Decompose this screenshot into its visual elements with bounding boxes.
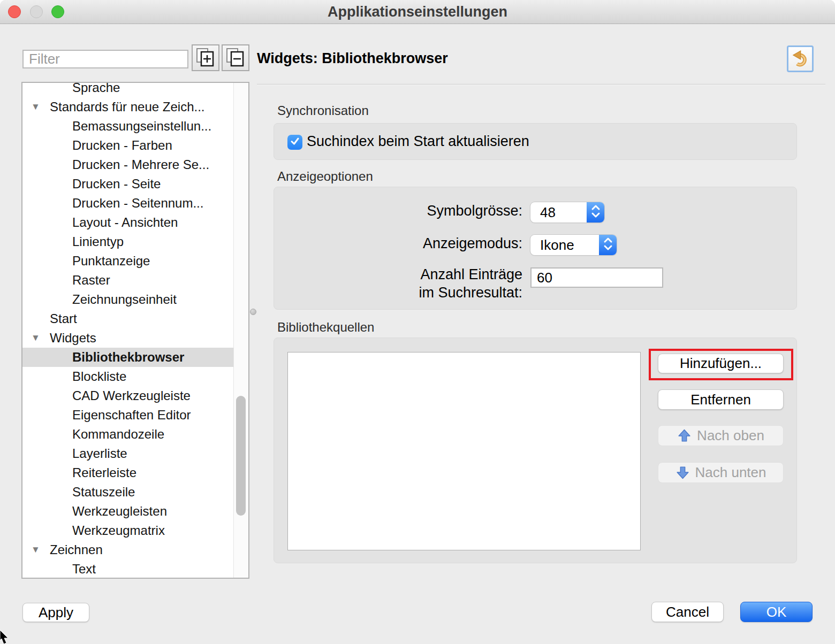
- stepper-up-down-icon: [589, 203, 602, 221]
- window-title: Applikationseinstellungen: [0, 0, 835, 24]
- tree-item-label: Drucken - Mehrere Se...: [72, 157, 209, 172]
- undo-icon: [792, 50, 809, 68]
- tree-item-werkzeugmatrix[interactable]: Werkzeugmatrix: [22, 521, 234, 540]
- tree-item-zeichnungseinheit[interactable]: Zeichnungseinheit: [22, 290, 234, 309]
- collapse-all-button[interactable]: [222, 44, 249, 71]
- tree-item-label: Werkzeugleisten: [72, 504, 167, 518]
- nach-unten-label: Nach unten: [695, 464, 766, 481]
- symbolgroesse-value[interactable]: 48: [530, 202, 587, 223]
- anzeigeoptionen-group: Symbolgrösse: 48 Anzeigemodus: Ikone: [274, 187, 797, 310]
- reset-button[interactable]: [787, 45, 814, 72]
- anzahl-eintraege-input[interactable]: [530, 267, 663, 288]
- tree-item-cad-werkzeugleiste[interactable]: CAD Werkzeugleiste: [22, 386, 234, 405]
- tree-item-widgets[interactable]: ▼Widgets: [22, 328, 234, 348]
- anzeigemodus-stepper[interactable]: [599, 235, 617, 255]
- tree-item-label: Reiterleiste: [72, 465, 136, 480]
- symbolgroesse-spinbox[interactable]: 48: [530, 202, 604, 223]
- splitter-handle[interactable]: [250, 309, 256, 315]
- nach-unten-button[interactable]: Nach unten: [658, 462, 784, 483]
- tree-item-punktanzeige[interactable]: Punktanzeige: [22, 251, 234, 271]
- tree-item-eigenschaften-editor[interactable]: Eigenschaften Editor: [22, 405, 234, 425]
- tree-item-start[interactable]: Start: [22, 309, 234, 328]
- tree-item-label: Blockliste: [72, 369, 126, 384]
- tree-item-label: Statuszeile: [72, 485, 135, 499]
- tree-scrollbar-thumb[interactable]: [236, 396, 246, 516]
- entfernen-button[interactable]: Entfernen: [658, 389, 784, 410]
- tree-item-label: Start: [50, 311, 77, 326]
- tree-item-label: CAD Werkzeugleiste: [72, 388, 191, 403]
- tree-item-label: Layerliste: [72, 446, 127, 461]
- anzeigemodus-value[interactable]: Ikone: [530, 235, 599, 255]
- page-title: Widgets: Bibliothekbrowser: [257, 50, 448, 67]
- tree-item-blockliste[interactable]: Blockliste: [22, 367, 234, 386]
- tree-item-label: Raster: [72, 273, 110, 287]
- filter-input[interactable]: [22, 50, 188, 68]
- cancel-button[interactable]: Cancel: [651, 602, 724, 622]
- tree-item-drucken-mehrere-se[interactable]: Drucken - Mehrere Se...: [22, 155, 234, 174]
- apply-button[interactable]: Apply: [22, 603, 89, 622]
- tree-item-drucken-farben[interactable]: Drucken - Farben: [22, 136, 234, 155]
- checkmark-icon: [289, 135, 301, 149]
- tree-item-label: Standards für neue Zeich...: [50, 99, 205, 114]
- settings-tree-panel: Sprache▼Standards für neue Zeich...Bemas…: [21, 82, 249, 579]
- tree-item-label: Werkzeugmatrix: [72, 523, 165, 538]
- suchindex-checkbox-label: Suchindex beim Start aktualisieren: [307, 133, 529, 150]
- tree-item-bibliothekbrowser[interactable]: Bibliothekbrowser: [22, 348, 234, 367]
- section-bibliothekquellen-label: Bibliothekquellen: [277, 320, 374, 335]
- tree-item-label: Widgets: [50, 331, 96, 345]
- tree-item-label: Drucken - Seite: [72, 177, 161, 191]
- anzahl-eintraege-label-line2: im Suchresultat:: [274, 285, 522, 301]
- tree-item-label: Drucken - Seitennum...: [72, 196, 203, 210]
- library-sources-list[interactable]: [287, 352, 641, 550]
- nach-oben-button[interactable]: Nach oben: [658, 425, 784, 446]
- tree-item-standards-f-r-neue-zeich[interactable]: ▼Standards für neue Zeich...: [22, 97, 234, 117]
- section-synchronisation-label: Synchronisation: [277, 103, 369, 118]
- synchronisation-group: Suchindex beim Start aktualisieren: [274, 123, 797, 160]
- tree-item-label: Zeichnen: [50, 542, 103, 557]
- tree-item-linientyp[interactable]: Linientyp: [22, 232, 234, 251]
- ok-button[interactable]: OK: [740, 602, 813, 622]
- expand-all-button[interactable]: [192, 44, 219, 71]
- stepper-up-down-icon: [602, 236, 614, 254]
- tree-scrollbar[interactable]: [233, 83, 248, 578]
- tree-item-layerliste[interactable]: Layerliste: [22, 444, 234, 463]
- tree-item-label: Bibliothekbrowser: [72, 350, 184, 364]
- header-separator: [257, 84, 825, 85]
- expanded-triangle-icon[interactable]: ▼: [31, 540, 40, 559]
- suchindex-checkbox[interactable]: [287, 135, 302, 150]
- expanded-triangle-icon[interactable]: ▼: [31, 97, 40, 117]
- tree-item-werkzeugleisten[interactable]: Werkzeugleisten: [22, 502, 234, 521]
- tree-item-label: Sprache: [72, 82, 120, 95]
- tree-item-bemassungseinstellun[interactable]: Bemassungseinstellun...: [22, 117, 234, 136]
- hinzufuegen-button[interactable]: Hinzufügen...: [658, 354, 784, 373]
- tree-item-label: Text: [72, 562, 96, 576]
- expand-all-icon: [195, 47, 216, 69]
- tree-item-zeichnen[interactable]: ▼Zeichnen: [22, 540, 234, 559]
- section-anzeigeoptionen-label: Anzeigeoptionen: [277, 169, 373, 184]
- nach-oben-label: Nach oben: [697, 427, 764, 444]
- tree-item-label: Linientyp: [72, 234, 124, 249]
- tree-item-reiterleiste[interactable]: Reiterleiste: [22, 463, 234, 482]
- tree-item-layout-ansichten[interactable]: Layout - Ansichten: [22, 213, 234, 232]
- title-bar: Applikationseinstellungen: [0, 0, 835, 24]
- anzeigemodus-dropdown[interactable]: Ikone: [530, 235, 617, 255]
- expanded-triangle-icon[interactable]: ▼: [31, 328, 40, 348]
- mouse-cursor: [0, 630, 12, 644]
- settings-tree: Sprache▼Standards für neue Zeich...Bemas…: [22, 82, 234, 579]
- arrow-down-icon: [675, 465, 690, 480]
- symbolgroesse-stepper[interactable]: [587, 202, 604, 223]
- anzahl-eintraege-label-line1: Anzahl Einträge: [274, 266, 522, 283]
- tree-item-label: Zeichnungseinheit: [72, 292, 177, 306]
- arrow-up-icon: [677, 428, 692, 443]
- collapse-all-icon: [225, 47, 246, 69]
- tree-item-drucken-seitennum[interactable]: Drucken - Seitennum...: [22, 194, 234, 213]
- tree-item-raster[interactable]: Raster: [22, 271, 234, 290]
- tree-item-label: Drucken - Farben: [72, 138, 172, 152]
- tree-item-label: Eigenschaften Editor: [72, 408, 191, 422]
- tree-item-sprache[interactable]: Sprache: [22, 82, 234, 97]
- bibliothekquellen-group: Hinzufügen... Entfernen Nach oben Nach u…: [274, 338, 797, 563]
- tree-item-kommandozeile[interactable]: Kommandozeile: [22, 425, 234, 444]
- tree-item-text[interactable]: Text: [22, 559, 234, 579]
- tree-item-drucken-seite[interactable]: Drucken - Seite: [22, 174, 234, 194]
- tree-item-statuszeile[interactable]: Statuszeile: [22, 482, 234, 502]
